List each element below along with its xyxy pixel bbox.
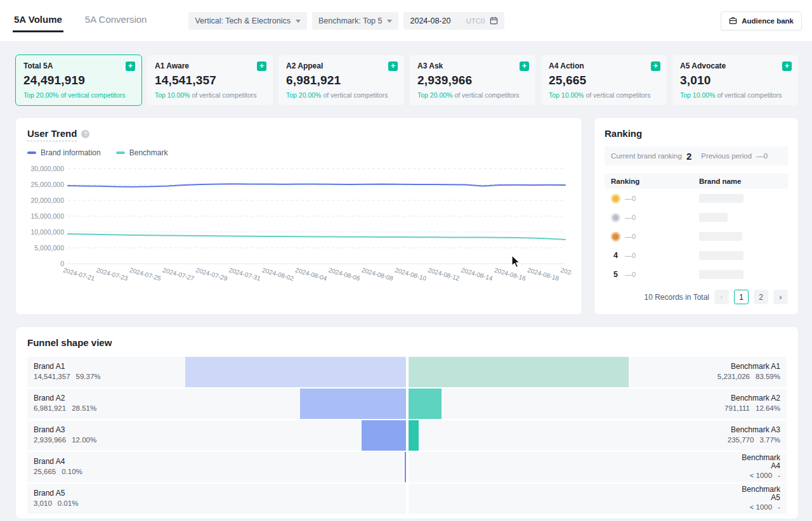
previous-period-value: —0 [756, 152, 768, 160]
funnel-row: Brand A425,6650.10%Benchmark A4< 1000- [27, 452, 787, 482]
legend-label: Brand information [41, 148, 101, 157]
brand-name-skeleton [699, 251, 743, 260]
brand-percentage: 12.00% [72, 436, 96, 444]
ranking-cell: —0 [605, 194, 699, 203]
records-total-label: 10 Records in Total [644, 293, 709, 302]
stat-card-total-5a[interactable]: Total 5A24,491,919Top 20.00% of vertical… [15, 55, 142, 106]
benchmark-values: 5,231,02683.59% [717, 372, 780, 381]
stat-card-title: A5 Advocate [680, 61, 790, 70]
stat-card-subtext: of vertical competitors [715, 91, 782, 99]
svg-text:2024-07-29: 2024-07-29 [195, 266, 229, 282]
plus-icon[interactable] [388, 61, 398, 71]
ranking-cell: 4—0 [605, 251, 699, 260]
stat-card-a3-ask[interactable]: A3 Ask2,939,966Top 20.00% of vertical co… [409, 55, 536, 106]
funnel-row: Brand A32,939,96612.00%Benchmark A3235,7… [27, 420, 787, 451]
legend-item-benchmark[interactable]: Benchmark [116, 148, 168, 157]
stat-card-title: A2 Appeal [286, 61, 396, 70]
stat-card-subtitle: Top 10.00% of vertical competitors [155, 91, 265, 99]
plus-icon[interactable] [257, 61, 266, 71]
brand-values: 14,541,35759.37% [34, 372, 406, 381]
pagination-next-button[interactable]: › [773, 290, 788, 304]
date-picker[interactable]: 2024-08-20 UTC0 [403, 12, 504, 30]
benchmark-filter-dropdown[interactable]: Benchmark: Top 5 [312, 12, 399, 30]
stat-card-subtext: of vertical competitors [321, 91, 388, 99]
benchmark-filter-label: Benchmark: Top 5 [318, 16, 383, 25]
svg-text:25,000,000: 25,000,000 [30, 181, 64, 188]
svg-text:2024-08-20: 2024-08-20 [560, 266, 572, 282]
user-trend-title-row: User Trend [27, 128, 570, 139]
funnel-benchmark-bar[interactable] [409, 389, 442, 419]
ranking-cell: —0 [605, 232, 699, 241]
funnel-brand-cell: Brand A53,0100.01% [27, 484, 406, 514]
funnel-benchmark-bar[interactable] [409, 420, 419, 451]
brand-percentage: 0.10% [62, 468, 82, 475]
audience-bank-button[interactable]: Audience bank [721, 11, 802, 30]
svg-text:15,000,000: 15,000,000 [30, 212, 64, 220]
pagination: ‹12› [714, 290, 788, 304]
silver-medal-icon [611, 213, 620, 222]
brand-name-cell [699, 251, 788, 260]
help-icon[interactable] [81, 130, 89, 138]
stat-card-a4-action[interactable]: A4 Action25,665Top 10.00% of vertical co… [540, 55, 667, 106]
brand-value: 25,665 [34, 468, 56, 475]
brand-name-cell [699, 270, 788, 279]
trend-chart[interactable]: 05,000,00010,000,00015,000,00020,000,000… [27, 162, 572, 286]
plus-icon[interactable] [782, 61, 792, 71]
plus-icon[interactable] [651, 61, 660, 71]
benchmark-name-label: Benchmark A1 [717, 362, 780, 371]
pagination-page-2[interactable]: 2 [754, 290, 768, 304]
tab-5a-volume[interactable]: 5A Volume [13, 9, 63, 32]
legend-item-brand-information[interactable]: Brand information [27, 148, 101, 157]
ranking-title: Ranking [605, 128, 788, 139]
stat-card-subtitle: Top 10.00% of vertical competitors [549, 91, 659, 99]
rank-change: —0 [625, 233, 636, 240]
pagination-prev-button[interactable]: ‹ [714, 290, 729, 304]
current-ranking-value: 2 [686, 151, 691, 162]
stat-card-a5-advocate[interactable]: A5 Advocate3,010Top 10.00% of vertical c… [672, 55, 799, 106]
ranking-row: 4—0 [605, 246, 788, 265]
stat-card-percentile: Top 20.00% [417, 91, 452, 99]
legend-label: Benchmark [129, 148, 168, 157]
svg-text:20,000,000: 20,000,000 [30, 196, 64, 204]
ranking-panel: Ranking Current brand ranking 2 Previous… [594, 117, 799, 315]
benchmark-values: 235,7703.77% [728, 435, 780, 444]
stat-card-value: 24,491,919 [23, 74, 134, 87]
ranking-column-header: Ranking [605, 177, 699, 185]
svg-text:5,000,000: 5,000,000 [34, 244, 64, 252]
legend-swatch-icon [116, 151, 125, 154]
benchmark-percentage: 12.64% [756, 404, 780, 412]
stat-card-subtext: of vertical competitors [190, 91, 256, 99]
benchmark-name-label: Benchmark A3 [728, 425, 780, 434]
trend-legend: Brand informationBenchmark [27, 148, 570, 157]
pagination-page-1[interactable]: 1 [734, 290, 749, 304]
tab-5a-conversion[interactable]: 5A Conversion [84, 9, 148, 32]
funnel-benchmark-cell: Benchmark A4< 1000- [409, 452, 787, 482]
ranking-row: —0 [605, 189, 788, 208]
benchmark-name-label: Benchmark A5 [733, 486, 780, 502]
vertical-filter-dropdown[interactable]: Vertical: Tech & Electronics [188, 12, 307, 30]
brand-values: 6,981,92128.51% [34, 404, 406, 413]
stat-card-a2-appeal[interactable]: A2 Appeal6,981,921Top 20.00% of vertical… [278, 55, 405, 106]
funnel-brand-cell: Brand A32,939,96612.00% [27, 420, 406, 451]
benchmark-value: < 1000 [750, 472, 773, 479]
svg-text:2024-07-23: 2024-07-23 [96, 266, 129, 282]
stat-card-percentile: Top 10.00% [155, 91, 190, 99]
funnel-benchmark-label: Benchmark A4< 1000- [733, 452, 787, 482]
brand-name-label: Brand A3 [34, 425, 406, 434]
funnel-brand-label: Brand A53,0100.01% [27, 484, 406, 508]
funnel-brand-cell: Brand A425,6650.10% [27, 452, 406, 482]
plus-icon[interactable] [520, 61, 529, 71]
svg-text:2024-08-06: 2024-08-06 [328, 266, 362, 282]
stat-card-a1-aware[interactable]: A1 Aware14,541,357Top 10.00% of vertical… [147, 55, 273, 106]
ranking-row: —0 [605, 227, 788, 246]
plus-icon[interactable] [126, 61, 135, 71]
funnel-benchmark-label: Benchmark A5< 1000- [733, 484, 787, 514]
brand-name-skeleton [699, 194, 743, 203]
ranking-summary-bar: Current brand ranking 2 Previous period … [605, 146, 788, 165]
stat-card-subtext: of vertical competitors [58, 91, 125, 99]
rank-change: —0 [625, 195, 636, 202]
stat-card-percentile: Top 20.00% [286, 91, 321, 99]
funnel-benchmark-bar[interactable] [409, 357, 629, 387]
stat-card-percentile: Top 10.00% [680, 91, 715, 99]
top-bar: 5A Volume 5A Conversion Vertical: Tech &… [0, 0, 812, 42]
